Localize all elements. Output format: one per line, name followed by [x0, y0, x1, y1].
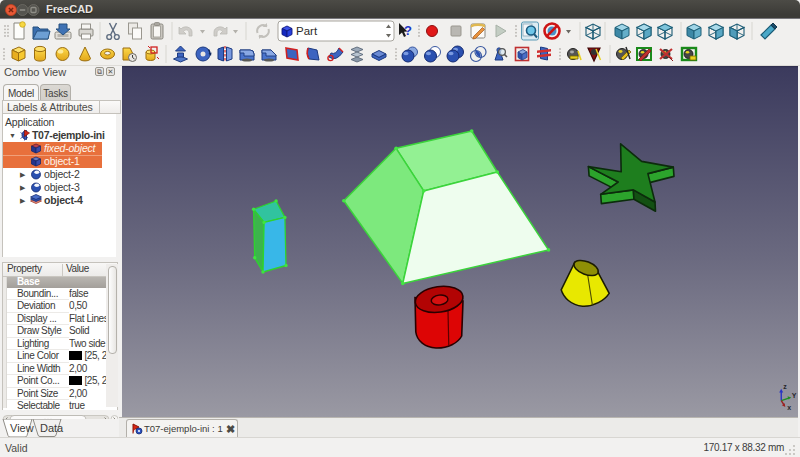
svg-text:View: View: [10, 422, 34, 434]
svg-text:?: ?: [404, 23, 412, 38]
svg-text:Data: Data: [40, 422, 64, 434]
svg-text:Y: Y: [792, 392, 797, 399]
svg-text:z: z: [783, 383, 787, 390]
svg-text:x: x: [787, 404, 791, 411]
svg-text:Part: Part: [296, 25, 318, 37]
